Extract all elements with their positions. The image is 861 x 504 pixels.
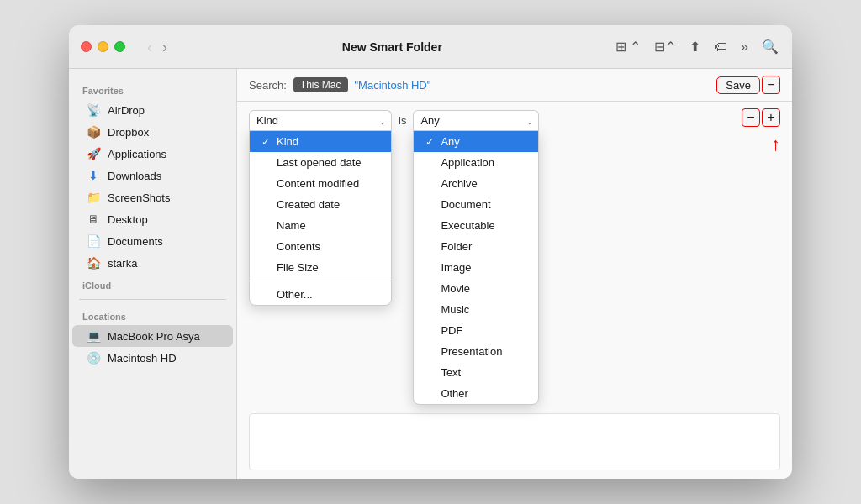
fullscreen-button[interactable] — [114, 41, 125, 52]
kind-option-other[interactable]: Other... — [250, 284, 391, 305]
minimize-button[interactable] — [98, 41, 108, 52]
save-button[interactable]: Save — [716, 76, 760, 94]
any-option-music[interactable]: Music — [414, 299, 538, 320]
any-option-folder[interactable]: Folder — [414, 236, 538, 257]
back-button[interactable]: ‹ — [144, 38, 156, 56]
kind-option-contents[interactable]: Contents — [250, 236, 391, 257]
dropbox-icon: 📦 — [86, 125, 101, 139]
any-option-text[interactable]: Text — [414, 362, 538, 383]
more-icon[interactable]: » — [739, 38, 750, 56]
finder-window: ‹ › New Smart Folder ⊞ ⌃ ⊟⌃ ⬆ 🏷 » 🔍 Favo… — [69, 25, 792, 479]
kind-option-file-size[interactable]: File Size — [250, 257, 391, 278]
any-option-any[interactable]: ✓ Any — [414, 131, 538, 152]
any-option-label: Any — [441, 135, 459, 148]
any-option-executable[interactable]: Executable — [414, 215, 538, 236]
any-option-presentation[interactable]: Presentation — [414, 341, 538, 362]
sidebar-item-downloads[interactable]: ⬇ Downloads — [72, 165, 233, 186]
desktop-icon: 🖥 — [86, 213, 101, 226]
any-option-label: Text — [441, 366, 461, 379]
sidebar-item-label: Macintosh HD — [108, 352, 177, 365]
sidebar-item-dropbox[interactable]: 📦 Dropbox — [72, 121, 233, 143]
toolbar-icons: ⊞ ⌃ ⊟⌃ ⬆ 🏷 » 🔍 — [614, 37, 780, 56]
search-label: Search: — [249, 79, 287, 92]
favorites-label: Favorites — [69, 79, 236, 99]
sidebar-item-label: Documents — [108, 235, 163, 248]
any-option-movie[interactable]: Movie — [414, 278, 538, 299]
screenshots-icon: 📁 — [86, 191, 101, 204]
any-select-value: Any — [420, 114, 439, 127]
sidebar-item-starka[interactable]: 🏠 starka — [72, 252, 233, 274]
sidebar-item-documents[interactable]: 📄 Documents — [72, 230, 233, 252]
window-title: New Smart Folder — [179, 40, 605, 54]
macintosh-icon: 💿 — [86, 351, 101, 365]
any-option-label: Archive — [441, 177, 477, 190]
filter-row: Kind ✓ Kind Last opened date — [237, 102, 792, 413]
share-icon[interactable]: ⬆ — [688, 37, 702, 56]
downloads-icon: ⬇ — [86, 169, 101, 182]
search-icon[interactable]: 🔍 — [760, 37, 780, 56]
kind-option-label: Created date — [277, 198, 340, 211]
any-option-label: Executable — [441, 219, 494, 232]
close-button[interactable] — [81, 41, 92, 52]
sidebar: Favorites 📡 AirDrop 📦 Dropbox 🚀 Applicat… — [69, 69, 237, 479]
sidebar-item-macbook[interactable]: 💻 MacBook Pro Asya — [72, 325, 233, 347]
kind-option-label: Name — [277, 219, 306, 232]
sidebar-item-label: AirDrop — [108, 104, 145, 117]
any-select[interactable]: Any — [413, 110, 539, 130]
sidebar-item-screenshots[interactable]: 📁 ScreenShots — [72, 186, 233, 208]
sidebar-item-airdrop[interactable]: 📡 AirDrop — [72, 99, 233, 121]
remove-filter-top-button[interactable]: − — [762, 76, 780, 94]
kind-option-label: Kind — [277, 135, 298, 148]
sidebar-item-applications[interactable]: 🚀 Applications — [72, 143, 233, 165]
sidebar-item-label: Applications — [108, 148, 166, 160]
icloud-label: iCloud — [69, 274, 236, 294]
grid-view-icon[interactable]: ⊟⌃ — [652, 37, 678, 56]
is-label: is — [399, 110, 406, 127]
kind-option-content-modified[interactable]: Content modified — [250, 173, 391, 194]
kind-option-label: Contents — [277, 240, 320, 253]
documents-icon: 📄 — [86, 234, 101, 248]
kind-option-label: Last opened date — [277, 156, 361, 169]
kind-select[interactable]: Kind — [249, 110, 392, 130]
macbook-icon: 💻 — [86, 329, 101, 343]
any-option-document[interactable]: Document — [414, 194, 538, 215]
pm-row: − + — [742, 108, 780, 127]
forward-button[interactable]: › — [159, 38, 171, 56]
main-content: Favorites 📡 AirDrop 📦 Dropbox 🚀 Applicat… — [69, 69, 792, 479]
kind-option-created-date[interactable]: Created date — [250, 194, 391, 215]
save-btn-area: Save − — [716, 76, 780, 94]
tag-icon[interactable]: 🏷 — [712, 38, 729, 56]
kind-option-label: File Size — [277, 261, 319, 274]
sidebar-item-macintosh[interactable]: 💿 Macintosh HD — [72, 347, 233, 369]
any-option-application[interactable]: Application — [414, 152, 538, 173]
sidebar-item-desktop[interactable]: 🖥 Desktop — [72, 208, 233, 230]
kind-dropdown-divider — [250, 281, 391, 281]
search-bar: Search: This Mac "Macintosh HD" Save − — [237, 69, 792, 102]
sidebar-item-label: Desktop — [108, 213, 148, 226]
any-option-label: PDF — [441, 324, 462, 337]
sidebar-item-label: Dropbox — [108, 126, 149, 139]
sidebar-item-label: starka — [108, 257, 137, 270]
remove-filter-button[interactable]: − — [742, 108, 760, 127]
airdrop-icon: 📡 — [86, 103, 101, 117]
kind-option-last-opened[interactable]: Last opened date — [250, 152, 391, 173]
any-option-pdf[interactable]: PDF — [414, 320, 538, 341]
sidebar-item-label: Downloads — [108, 170, 161, 182]
any-option-image[interactable]: Image — [414, 257, 538, 278]
kind-check-icon: ✓ — [260, 136, 272, 148]
view-toggle-icon[interactable]: ⊞ ⌃ — [614, 37, 642, 56]
pm-buttons: − + ↑ — [742, 108, 780, 155]
kind-option-kind[interactable]: ✓ Kind — [250, 131, 391, 152]
search-scope-this-mac[interactable]: This Mac — [293, 77, 348, 92]
nav-arrows: ‹ › — [144, 38, 171, 56]
any-option-other[interactable]: Other — [414, 383, 538, 404]
applications-icon: 🚀 — [86, 147, 101, 160]
kind-option-label: Other... — [277, 288, 313, 301]
search-scope-macintosh[interactable]: "Macintosh HD" — [355, 79, 431, 92]
kind-option-label: Content modified — [277, 177, 359, 190]
any-option-archive[interactable]: Archive — [414, 173, 538, 194]
any-option-label: Folder — [441, 240, 472, 253]
add-filter-button[interactable]: + — [762, 108, 780, 127]
kind-option-name[interactable]: Name — [250, 215, 391, 236]
locations-label: Locations — [69, 305, 236, 325]
